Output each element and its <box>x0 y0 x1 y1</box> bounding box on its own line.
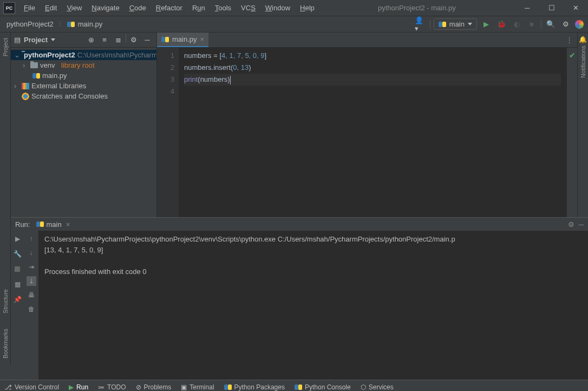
breadcrumb: pythonProject2 〉 main.py <box>4 19 104 29</box>
tool-python-console[interactable]: Python Console <box>295 383 351 391</box>
project-pane: ▤ Project ⊕ ≡ ≣ ⚙ ─ ⌄ pythonProject2 C:\… <box>11 32 157 217</box>
close-run-tab-icon[interactable]: × <box>66 220 70 229</box>
tool-problems[interactable]: ⊘Problems <box>136 383 172 391</box>
collapse-icon[interactable]: ≣ <box>112 34 124 46</box>
collaborators-icon[interactable]: 👤▾ <box>415 18 427 30</box>
window-title: pythonProject2 - main.py <box>319 4 515 12</box>
chevron-right-icon: › <box>23 61 28 69</box>
tree-external[interactable]: › External Libraries <box>11 81 156 91</box>
python-file-icon <box>32 72 40 80</box>
chevron-down-icon: ⌄ <box>14 51 19 59</box>
editor-tab-main[interactable]: main.py × <box>157 32 208 47</box>
menu-navigate[interactable]: Navigate <box>87 2 123 14</box>
tool-run[interactable]: ▶Run <box>69 383 88 391</box>
gear-icon[interactable]: ⚙ <box>128 34 140 46</box>
wrap-icon[interactable]: ⇥ <box>27 262 36 272</box>
run-tab[interactable]: main × <box>33 219 73 230</box>
code-with-me-icon[interactable] <box>575 20 584 29</box>
line-number: 2 <box>157 62 174 74</box>
run-button[interactable]: ▶ <box>480 18 492 30</box>
hide-icon[interactable]: ─ <box>141 34 153 46</box>
search-button[interactable]: 🔍 <box>545 18 557 30</box>
tool-services[interactable]: ⬡Services <box>361 383 394 391</box>
menu-code[interactable]: Code <box>125 2 151 14</box>
file-name: main.py <box>42 71 67 80</box>
branch-icon: ⎇ <box>4 383 12 391</box>
menu-vcs[interactable]: VCS <box>237 2 260 14</box>
line-gutter: 1 2 3 4 <box>157 48 179 217</box>
scroll-end-icon[interactable]: ⤓ <box>27 276 36 286</box>
menu-file[interactable]: File <box>19 2 40 14</box>
scratches-icon <box>22 93 29 100</box>
expand-icon[interactable]: ≡ <box>99 34 110 46</box>
wrench-icon[interactable]: 🔧 <box>12 249 22 259</box>
main-menu: File Edit View Navigate Code Refactor Ru… <box>19 2 319 14</box>
console-output[interactable]: C:\Users\mshah\PycharmProjects\pythonPro… <box>39 231 588 380</box>
tool-python-packages[interactable]: Python Packages <box>224 383 285 391</box>
menu-run[interactable]: Run <box>188 2 210 14</box>
python-icon <box>224 383 232 391</box>
notifications-tool-tab[interactable]: Notifications <box>580 43 586 80</box>
menu-edit[interactable]: Edit <box>41 2 61 14</box>
python-icon <box>36 220 44 228</box>
locate-icon[interactable]: ⊕ <box>85 34 97 46</box>
rerun-icon[interactable]: ▶ <box>12 234 22 244</box>
code-editor[interactable]: numbers = [4, 1, 7, 5, 0, 9] numbers.ins… <box>179 48 566 217</box>
tool-terminal[interactable]: ▣Terminal <box>181 383 214 391</box>
libraries-icon <box>22 83 29 89</box>
breadcrumb-project[interactable]: pythonProject2 <box>4 19 56 29</box>
pin-icon[interactable]: 📌 <box>12 295 22 304</box>
settings-button[interactable]: ⚙ <box>560 18 572 30</box>
down-icon[interactable]: ↓ <box>27 248 36 258</box>
run-config-selector[interactable]: main <box>434 18 477 30</box>
layout-icon[interactable]: ▦ <box>12 279 22 289</box>
run-tab-name: main <box>46 220 61 229</box>
chevron-down-icon <box>468 23 472 25</box>
structure-tool-tab[interactable]: Structure <box>2 287 9 316</box>
close-tab-icon[interactable]: × <box>200 35 205 43</box>
chevron-down-icon[interactable] <box>51 38 55 41</box>
run-hide-icon[interactable]: ─ <box>579 220 584 229</box>
print-icon[interactable]: 🖶 <box>27 290 36 300</box>
tool-version-control[interactable]: ⎇Version Control <box>4 383 59 391</box>
minimize-button[interactable]: ─ <box>515 0 539 16</box>
coverage-button[interactable]: ◐ <box>511 18 522 30</box>
pane-title: Project <box>24 36 48 44</box>
project-name: pythonProject2 <box>24 51 75 59</box>
tree-venv[interactable]: › venv library root <box>11 60 156 70</box>
tree-root[interactable]: ⌄ pythonProject2 C:\Users\mshah\Pycharm <box>11 50 156 60</box>
todo-icon: ≔ <box>98 383 104 391</box>
python-file-icon <box>161 36 169 43</box>
caret <box>230 76 231 84</box>
notifications-icon[interactable]: 🔔 <box>579 36 587 43</box>
line-number: 4 <box>157 86 174 97</box>
scratches-label: Scratches and Consoles <box>31 92 108 100</box>
tree-scratches[interactable]: Scratches and Consoles <box>11 91 156 101</box>
breadcrumb-file[interactable]: main.py <box>76 19 105 29</box>
tree-mainfile[interactable]: main.py <box>11 70 156 81</box>
folder-icon: ▤ <box>14 36 21 44</box>
up-icon[interactable]: ↑ <box>27 234 36 244</box>
menu-window[interactable]: Window <box>261 2 295 14</box>
stop-button[interactable]: ■ <box>526 18 538 30</box>
play-icon: ▶ <box>69 383 74 391</box>
debug-button[interactable]: 🐞 <box>495 18 507 30</box>
menu-tools[interactable]: Tools <box>211 2 236 14</box>
menu-refactor[interactable]: Refactor <box>152 2 187 14</box>
tab-label: main.py <box>172 35 197 43</box>
trash-icon[interactable]: 🗑 <box>27 304 36 314</box>
close-button[interactable]: ✕ <box>564 0 588 16</box>
run-gear-icon[interactable]: ⚙ <box>568 220 574 229</box>
services-icon: ⬡ <box>361 383 366 391</box>
menu-help[interactable]: Help <box>296 2 319 14</box>
bookmarks-tool-tab[interactable]: Bookmarks <box>2 327 9 361</box>
tab-menu-icon[interactable]: ⋮ <box>566 36 577 44</box>
maximize-button[interactable]: ☐ <box>539 0 564 16</box>
project-tool-tab[interactable]: Project <box>2 36 9 58</box>
tool-todo[interactable]: ≔TODO <box>98 383 126 391</box>
run-config-name: main <box>449 20 465 28</box>
menu-view[interactable]: View <box>62 2 86 14</box>
python-icon <box>295 383 302 391</box>
stop-run-icon[interactable] <box>12 264 22 274</box>
inspection-ok-icon[interactable]: ✔ <box>569 51 576 60</box>
